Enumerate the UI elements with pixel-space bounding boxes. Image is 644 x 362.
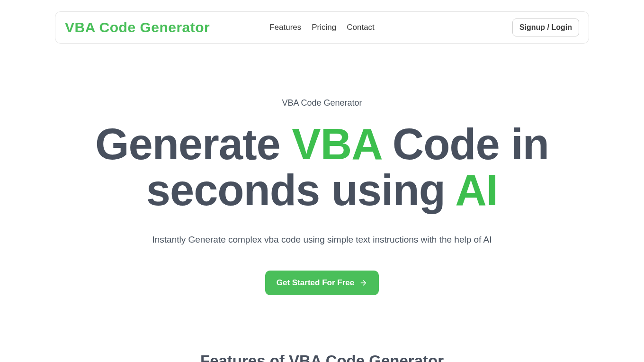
signup-login-button[interactable]: Signup / Login [512,18,579,36]
hero-label: VBA Code Generator [19,98,625,108]
nav-pricing[interactable]: Pricing [312,23,336,32]
nav-features[interactable]: Features [269,23,301,32]
nav-center: Features Pricing Contact [269,23,375,32]
header: VBA Code Generator Features Pricing Cont… [55,11,589,44]
hero-title: Generate VBA Code in seconds using AI [19,121,625,213]
hero-section: VBA Code Generator Generate VBA Code in … [0,98,644,295]
hero-subtitle: Instantly Generate complex vba code usin… [19,235,625,245]
title-highlight-vba: VBA [292,120,381,168]
get-started-button[interactable]: Get Started For Free [265,271,379,295]
nav-contact[interactable]: Contact [347,23,375,32]
features-heading: Features of VBA Code Generator [0,352,644,362]
title-highlight-ai: AI [455,166,498,214]
logo[interactable]: VBA Code Generator [65,19,210,36]
title-part1: Generate [95,120,292,168]
cta-label: Get Started For Free [277,278,354,288]
arrow-right-icon [359,279,367,287]
